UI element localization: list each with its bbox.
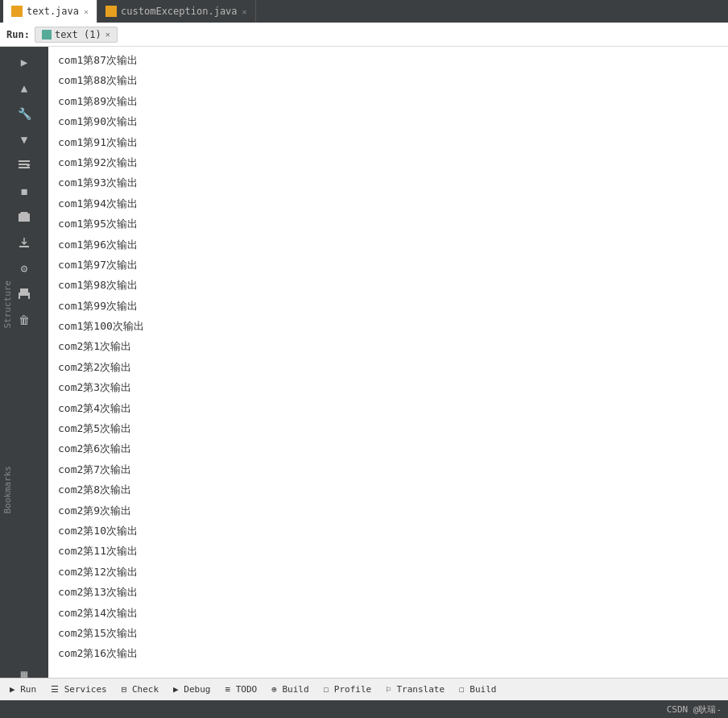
output-line: com1第92次输出 <box>48 152 728 172</box>
structure-side-label[interactable]: Structure <box>0 274 15 335</box>
svg-rect-6 <box>20 296 28 299</box>
output-line: com1第95次输出 <box>48 214 728 234</box>
tab-text-java-label: text.java <box>27 6 79 17</box>
bottom-build-btn[interactable]: ⊕ Build <box>265 683 315 696</box>
output-line: com2第2次输出 <box>48 357 728 377</box>
tab-custom-exception-close[interactable]: ✕ <box>242 7 247 16</box>
run-tab-icon <box>42 30 52 39</box>
output-line: com2第16次输出 <box>48 643 728 663</box>
bottom-translate-btn[interactable]: ⚐ Translate <box>379 683 451 696</box>
output-line: com2第7次输出 <box>48 459 728 479</box>
output-line: com1第90次输出 <box>48 111 728 131</box>
output-line: com2第6次输出 <box>48 438 728 459</box>
output-line: com2第15次输出 <box>48 623 728 643</box>
gear-settings-button[interactable]: ⚙ <box>12 256 36 280</box>
run-tab-close[interactable]: ✕ <box>105 30 110 39</box>
output-line: com2第9次输出 <box>48 500 728 521</box>
output-line: com2第14次输出 <box>48 603 728 623</box>
svg-rect-5 <box>20 288 28 293</box>
output-line: com1第99次输出 <box>48 296 728 316</box>
svg-rect-0 <box>19 160 30 162</box>
status-text: CSDN @耿瑞- <box>667 703 722 716</box>
export-down-button[interactable] <box>12 230 36 255</box>
bottom-toolbar: ▶ Run ☰ Services ⊟ Check ▶ Debug ≡ TODO … <box>0 678 728 700</box>
tab-text-java[interactable]: text.java ✕ <box>3 0 97 23</box>
scroll-up-button[interactable]: ▲ <box>12 76 36 100</box>
bottom-profile-btn[interactable]: ☐ Profile <box>317 683 378 696</box>
output-line: com1第100次输出 <box>48 316 728 336</box>
output-line: com1第96次输出 <box>48 234 728 255</box>
bookmarks-side-label[interactable]: Bookmarks <box>0 459 15 521</box>
output-line: com2第11次输出 <box>48 541 728 561</box>
output-line: com1第87次输出 <box>48 50 728 70</box>
tab-text-java-close[interactable]: ✕ <box>84 7 89 16</box>
output-line: com2第10次输出 <box>48 521 728 541</box>
output-line: com2第1次输出 <box>48 336 728 356</box>
output-line: com2第5次输出 <box>48 418 728 438</box>
delete-button[interactable]: 🗑 <box>12 308 36 332</box>
stop-button[interactable]: ◼ <box>12 179 36 203</box>
camera-button[interactable] <box>12 205 36 229</box>
tab-custom-exception-java[interactable]: customException.java ✕ <box>97 0 256 23</box>
print-button[interactable] <box>12 282 36 306</box>
output-lines: com1第87次输出com1第88次输出com1第89次输出com1第90次输出… <box>48 50 728 664</box>
scroll-down-button[interactable]: ▼ <box>12 127 36 151</box>
java-file-icon <box>11 6 23 17</box>
output-line: com1第89次输出 <box>48 91 728 111</box>
run-button[interactable]: ▶ <box>12 50 36 74</box>
bottom-todo-btn[interactable]: ≡ TODO <box>218 683 263 696</box>
output-line: com2第13次输出 <box>48 582 728 602</box>
java-file-icon-2 <box>105 6 117 17</box>
output-line: com2第8次输出 <box>48 479 728 500</box>
run-tab-label: text (1) <box>55 29 101 40</box>
output-area[interactable]: com1第87次输出com1第88次输出com1第89次输出com1第90次输出… <box>48 47 728 718</box>
wrap-button[interactable] <box>12 153 36 177</box>
run-tab[interactable]: text (1) ✕ <box>35 27 118 43</box>
tab-custom-exception-label: customException.java <box>121 6 238 17</box>
settings-button[interactable]: 🔧 <box>12 102 36 126</box>
svg-rect-4 <box>19 246 29 247</box>
run-bar: Run: text (1) ✕ <box>0 23 728 47</box>
output-line: com1第98次输出 <box>48 275 728 295</box>
output-line: com1第93次输出 <box>48 172 728 193</box>
bottom-services-btn[interactable]: ☰ Services <box>44 683 114 696</box>
output-line: com2第12次输出 <box>48 562 728 582</box>
bottom-debug-btn[interactable]: ▶ Debug <box>167 683 217 696</box>
main-container: ▶ ▲ 🔧 ▼ ◼ ⚙ <box>0 47 728 718</box>
status-bar: CSDN @耿瑞- <box>0 700 728 718</box>
svg-rect-2 <box>19 167 30 168</box>
output-line: com2第3次输出 <box>48 377 728 397</box>
output-line: com1第88次输出 <box>48 70 728 90</box>
output-line: com2第4次输出 <box>48 398 728 418</box>
tab-bar: text.java ✕ customException.java ✕ <box>0 0 728 23</box>
svg-rect-1 <box>19 164 27 165</box>
output-line: com1第94次输出 <box>48 193 728 214</box>
svg-rect-7 <box>21 293 23 295</box>
output-line: com1第91次输出 <box>48 132 728 152</box>
bottom-build2-btn[interactable]: ☐ Build <box>453 683 503 696</box>
bottom-run-btn[interactable]: ▶ Run <box>3 683 43 696</box>
left-toolbar: ▶ ▲ 🔧 ▼ ◼ ⚙ <box>0 47 48 718</box>
run-label: Run: <box>6 29 30 40</box>
bottom-check-btn[interactable]: ⊟ Check <box>115 683 165 696</box>
output-line: com1第97次输出 <box>48 255 728 275</box>
